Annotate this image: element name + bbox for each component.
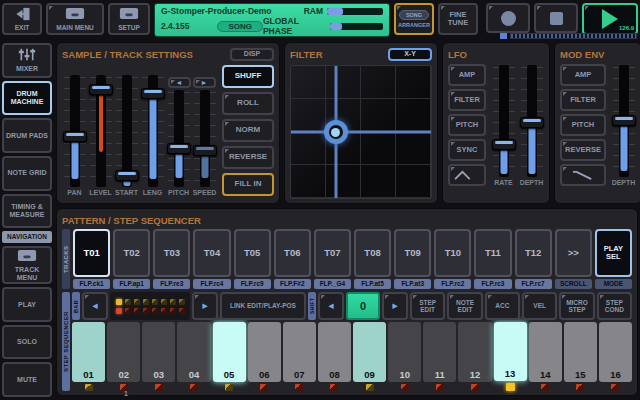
step-button-15[interactable]: 15 [564, 322, 597, 382]
shift-left-button[interactable]: ◀ [318, 292, 344, 320]
sidebar-item-timing-measure[interactable]: TIMING & MEASURE [2, 194, 52, 229]
norm-button[interactable]: NORM [222, 119, 274, 142]
progress-track[interactable] [510, 33, 637, 39]
mod-env-amp-button[interactable]: AMP [560, 64, 606, 86]
track-button-t09[interactable]: T09 [394, 229, 431, 277]
triangle-wave-icon[interactable] [448, 164, 486, 186]
bar-led-pair [152, 299, 158, 314]
step-button-14[interactable]: 14 [529, 322, 562, 382]
fine-tune-button[interactable]: FINE TUNE [438, 3, 478, 35]
sidebar-item-note-grid[interactable]: NOTE GRID [2, 156, 52, 191]
sidebar-item-mute[interactable]: MUTE [2, 362, 52, 397]
note-edit-button[interactable]: NOTE EDIT [447, 292, 482, 320]
play-sel-mode-button[interactable]: PLAY SEL [595, 229, 632, 277]
slider-depth-control[interactable] [612, 65, 636, 177]
slider-handle[interactable] [612, 115, 636, 126]
disp-button[interactable]: DISP [230, 48, 274, 61]
track-button-t08[interactable]: T08 [354, 229, 391, 277]
main-menu-button[interactable]: MAIN MENU [46, 3, 104, 35]
link-edit-play-pos-button[interactable]: LINK EDIT/PLAY-POS [220, 292, 306, 320]
mod-env-pitch-button[interactable]: PITCH [560, 114, 606, 136]
step-button-02[interactable]: 02 [107, 322, 140, 382]
lfo-sync-button[interactable]: SYNC [448, 139, 486, 161]
lfo-amp-button[interactable]: AMP [448, 64, 486, 86]
slider-handle[interactable] [193, 145, 217, 156]
step-button-10[interactable]: 10 [388, 322, 421, 382]
acc-button[interactable]: ACC [485, 292, 520, 320]
record-button[interactable] [486, 3, 530, 33]
step-button-16[interactable]: 16 [599, 322, 632, 382]
sidebar-item-play[interactable]: PLAY [2, 287, 52, 322]
track-button-t05[interactable]: T05 [234, 229, 271, 277]
nudge-right-button[interactable]: ► [193, 77, 216, 88]
fill-in-button[interactable]: FILL IN [222, 173, 274, 196]
slider-level-control[interactable] [89, 75, 113, 187]
track-button-t02[interactable]: T02 [113, 229, 150, 277]
step-button-11[interactable]: 11 [423, 322, 456, 382]
sidebar-item-track-menu[interactable]: TRACK MENU [2, 246, 52, 284]
bar-prev-button[interactable]: ◀ [82, 292, 108, 320]
filter-xy-pad[interactable] [290, 65, 432, 199]
step-button-04[interactable]: 04 [177, 322, 210, 382]
step-button-01[interactable]: 01 [72, 322, 105, 382]
step-button-09[interactable]: 09 [353, 322, 386, 382]
slider-pan-control[interactable] [63, 75, 87, 187]
micro-step-button[interactable]: MICRO STEP [559, 292, 594, 320]
track-button-t04[interactable]: T04 [193, 229, 230, 277]
slider-pitch-control[interactable] [167, 90, 191, 187]
stop-button[interactable] [534, 3, 578, 33]
step-button-06[interactable]: 06 [248, 322, 281, 382]
sidebar-item-drum-machine[interactable]: DRUM MACHINE [2, 81, 52, 116]
track-button-t10[interactable]: T10 [434, 229, 471, 277]
slider-depth-control[interactable] [520, 65, 544, 177]
shift-right-button[interactable]: ▶ [382, 292, 408, 320]
slider-rate-control[interactable] [492, 65, 516, 177]
slider-handle[interactable] [492, 139, 516, 150]
step-button-08[interactable]: 08 [318, 322, 351, 382]
step-button-05[interactable]: 05 [213, 322, 246, 382]
track-button-t07[interactable]: T07 [314, 229, 351, 277]
xy-mode-button[interactable]: X-Y [388, 48, 432, 61]
track-button-t12[interactable]: T12 [515, 229, 552, 277]
track-button-t01[interactable]: T01 [73, 229, 110, 277]
slider-handle[interactable] [520, 117, 544, 128]
sidebar-item-mixer[interactable]: MIXER [2, 43, 52, 78]
slider-handle[interactable] [63, 131, 87, 142]
step-button-13[interactable]: 13 [494, 322, 527, 381]
play-button[interactable]: 126.9 [582, 3, 638, 35]
mod-env-reverse-button[interactable]: REVERSE [560, 139, 606, 161]
lfo-filter-button[interactable]: FILTER [448, 89, 486, 111]
bar-next-button[interactable]: ▶ [192, 292, 218, 320]
nudge-left-button[interactable]: ◄ [168, 77, 191, 88]
roll-button[interactable]: ROLL [222, 92, 274, 115]
step-button-12[interactable]: 12 [458, 322, 491, 382]
step-button-03[interactable]: 03 [142, 322, 175, 382]
tracks-scroll-button[interactable]: >> [555, 229, 592, 277]
decay-envelope-icon[interactable] [560, 164, 606, 186]
lfo-pitch-button[interactable]: PITCH [448, 114, 486, 136]
vel-button[interactable]: VEL [522, 292, 557, 320]
step-button-07[interactable]: 07 [283, 322, 316, 382]
shuff-button[interactable]: SHUFF [222, 65, 274, 88]
track-button-t11[interactable]: T11 [474, 229, 511, 277]
slider-handle[interactable] [89, 84, 113, 95]
sidebar-item-drum-pads[interactable]: DRUM PADS [2, 118, 52, 153]
step-cond-button[interactable]: STEP COND [597, 292, 632, 320]
track-button-t06[interactable]: T06 [274, 229, 311, 277]
slider-handle[interactable] [141, 88, 165, 99]
slider-start-control[interactable] [115, 75, 139, 187]
slider-handle[interactable] [115, 170, 139, 181]
slider-speed-control[interactable] [193, 90, 217, 187]
xy-puck[interactable] [324, 120, 348, 144]
step-edit-button[interactable]: STEP EDIT [410, 292, 445, 320]
reverse-button[interactable]: REVERSE [222, 146, 274, 169]
setup-button[interactable]: SETUP [108, 3, 150, 35]
slider-handle[interactable] [167, 143, 191, 154]
mod-env-filter-button[interactable]: FILTER [560, 89, 606, 111]
exit-button[interactable]: EXIT [2, 3, 42, 35]
sidebar-item-solo[interactable]: SOLO [2, 325, 52, 360]
song-arranger-button[interactable]: SONG ARRANGER [394, 3, 434, 35]
song-mode-button[interactable]: SONG [217, 21, 263, 32]
slider-leng-control[interactable] [141, 75, 165, 187]
track-button-t03[interactable]: T03 [153, 229, 190, 277]
